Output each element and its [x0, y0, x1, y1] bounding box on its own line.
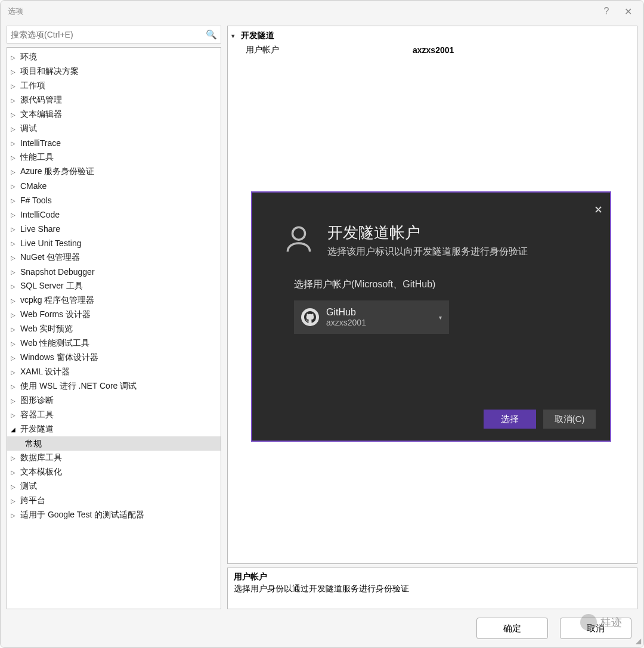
chevron-down-icon: ▾	[231, 32, 241, 40]
tree-item[interactable]: ▷文本编辑器	[7, 107, 221, 122]
tree-item[interactable]: ▷容器工具	[7, 408, 221, 422]
account-modal: ✕ 开发隧道帐户 选择该用户标识以向开发隧道服务进行身份验证 选择用户帐户(Mi…	[251, 191, 611, 442]
tree-item-label: CMake	[20, 181, 47, 191]
dialog-footer: 确定 取消	[1, 609, 643, 647]
tree-item-label: 使用 WSL 进行 .NET Core 调试	[20, 381, 137, 392]
tree-item[interactable]: ▷vcpkg 程序包管理器	[7, 293, 221, 308]
tree-item[interactable]: ▷Snapshot Debugger	[7, 265, 221, 279]
tree-item[interactable]: ▷Web 实时预览	[7, 322, 221, 336]
titlebar: 选项 ? ✕	[1, 1, 643, 22]
chevron-right-icon: ▷	[11, 398, 18, 404]
modal-title: 开发隧道帐户	[327, 222, 528, 243]
chevron-right-icon: ▷	[11, 455, 18, 461]
modal-cancel-button[interactable]: 取消(C)	[543, 410, 596, 429]
tree-item-label: Snapshot Debugger	[20, 267, 95, 277]
search-input[interactable]	[11, 30, 206, 39]
description-text: 选择用户身份以通过开发隧道服务进行身份验证	[234, 584, 631, 594]
tree-item[interactable]: ▷调试	[7, 122, 221, 136]
tree-item[interactable]: ◢开发隧道	[7, 422, 221, 436]
property-row[interactable]: 用户帐户 axzxs2001	[231, 43, 633, 57]
tree-item[interactable]: ▷Live Unit Testing	[7, 236, 221, 250]
options-dialog: 选项 ? ✕ 🔍 ▷环境▷项目和解决方案▷工作项▷源代码管理▷文本编辑器▷调试▷…	[0, 0, 644, 648]
chevron-right-icon: ▷	[11, 255, 18, 261]
chevron-right-icon: ▷	[11, 412, 18, 418]
chevron-right-icon: ▷	[11, 97, 18, 104]
tree-item[interactable]: ▷数据库工具	[7, 451, 221, 465]
chevron-right-icon: ▷	[11, 283, 18, 290]
account-provider: GitHub	[326, 307, 366, 318]
chevron-right-icon: ▷	[11, 340, 18, 347]
tree-item[interactable]: ▷XAML 设计器	[7, 365, 221, 379]
tree-item-label: 调试	[20, 123, 37, 134]
options-tree[interactable]: ▷环境▷项目和解决方案▷工作项▷源代码管理▷文本编辑器▷调试▷IntelliTr…	[7, 47, 221, 609]
tree-item-label: Live Unit Testing	[20, 238, 81, 248]
tree-item[interactable]: ▷CMake	[7, 179, 221, 193]
tree-item-label: 开发隧道	[20, 424, 54, 435]
tree-item[interactable]: ▷Azure 服务身份验证	[7, 165, 221, 179]
tree-item[interactable]: ▷跨平台	[7, 494, 221, 508]
resize-grip-icon[interactable]: ◢	[636, 637, 641, 645]
tree-item[interactable]: ▷源代码管理	[7, 93, 221, 107]
tree-item[interactable]: ▷测试	[7, 479, 221, 494]
tree-item[interactable]: ▷Live Share	[7, 222, 221, 236]
chevron-right-icon: ▷	[11, 140, 18, 147]
wechat-icon	[580, 614, 597, 631]
tree-item[interactable]: ▷性能工具	[7, 150, 221, 165]
chevron-right-icon: ▷	[11, 512, 18, 519]
user-icon	[282, 222, 315, 256]
tree-item[interactable]: ▷使用 WSL 进行 .NET Core 调试	[7, 379, 221, 393]
tree-subitem[interactable]: 常规	[7, 436, 221, 451]
tree-item-label: XAML 设计器	[20, 367, 70, 377]
chevron-right-icon: ▷	[11, 483, 18, 490]
property-group-row[interactable]: ▾ 开发隧道	[231, 29, 633, 43]
chevron-right-icon: ▷	[11, 369, 18, 376]
tree-item[interactable]: ▷NuGet 包管理器	[7, 250, 221, 265]
tree-item[interactable]: ▷F# Tools	[7, 193, 221, 207]
tree-item-label: 跨平台	[20, 495, 45, 506]
chevron-right-icon: ▷	[11, 169, 18, 175]
property-description: 用户帐户 选择用户身份以通过开发隧道服务进行身份验证	[227, 568, 637, 609]
chevron-down-icon: ◢	[11, 426, 18, 433]
chevron-right-icon: ▷	[11, 126, 18, 132]
chevron-right-icon: ▷	[11, 183, 18, 190]
modal-subtitle: 选择该用户标识以向开发隧道服务进行身份验证	[327, 246, 528, 258]
tree-item-label: Web 性能测试工具	[20, 338, 89, 349]
left-panel: 🔍 ▷环境▷项目和解决方案▷工作项▷源代码管理▷文本编辑器▷调试▷Intelli…	[7, 26, 221, 609]
tree-item-label: 源代码管理	[20, 95, 62, 106]
tree-item[interactable]: ▷Web 性能测试工具	[7, 336, 221, 351]
description-title: 用户帐户	[234, 572, 631, 582]
tree-item[interactable]: ▷项目和解决方案	[7, 64, 221, 79]
tree-item[interactable]: ▷工作项	[7, 79, 221, 93]
modal-select-button[interactable]: 选择	[484, 410, 536, 429]
close-icon[interactable]: ✕	[620, 3, 636, 20]
tree-item[interactable]: ▷Windows 窗体设计器	[7, 351, 221, 365]
chevron-right-icon: ▷	[11, 383, 18, 390]
search-input-wrap[interactable]: 🔍	[7, 26, 221, 44]
tree-item[interactable]: ▷SQL Server 工具	[7, 279, 221, 293]
tree-item-label: 文本编辑器	[20, 109, 62, 120]
chevron-right-icon: ▷	[11, 326, 18, 333]
tree-item[interactable]: ▷环境	[7, 50, 221, 64]
tree-item-label: 工作项	[20, 80, 45, 91]
chevron-right-icon: ▷	[11, 469, 18, 476]
tree-item[interactable]: ▷图形诊断	[7, 393, 221, 408]
tree-item-label: 容器工具	[20, 410, 54, 420]
tree-item-label: 图形诊断	[20, 395, 54, 406]
modal-prompt: 选择用户帐户(Microsoft、GitHub)	[294, 278, 568, 291]
chevron-right-icon: ▷	[11, 226, 18, 232]
tree-item-label: IntelliTrace	[20, 138, 61, 148]
tree-item-label: 环境	[20, 52, 37, 63]
tree-item[interactable]: ▷IntelliCode	[7, 207, 221, 222]
chevron-right-icon: ▷	[11, 197, 18, 204]
ok-button[interactable]: 确定	[476, 618, 548, 639]
tree-item[interactable]: ▷IntelliTrace	[7, 136, 221, 150]
account-dropdown[interactable]: GitHub axzxs2001 ▾	[294, 300, 449, 334]
tree-item-label: Windows 窗体设计器	[20, 352, 98, 363]
modal-close-icon[interactable]: ✕	[594, 203, 603, 216]
tree-item-label: vcpkg 程序包管理器	[20, 295, 94, 306]
chevron-right-icon: ▷	[11, 269, 18, 275]
tree-item[interactable]: ▷Web Forms 设计器	[7, 308, 221, 322]
help-icon[interactable]: ?	[598, 3, 615, 20]
tree-item[interactable]: ▷适用于 Google Test 的测试适配器	[7, 508, 221, 522]
tree-item[interactable]: ▷文本模板化	[7, 465, 221, 479]
